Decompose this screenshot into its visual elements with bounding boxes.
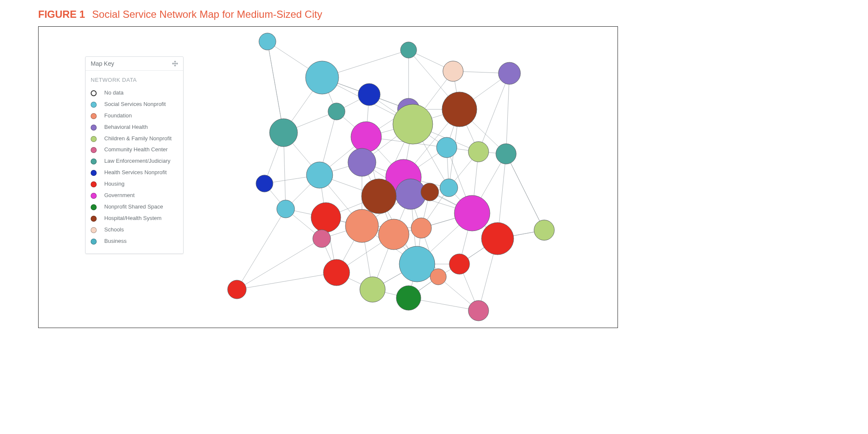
- figure-caption: FIGURE 1 Social Service Network Map for …: [38, 8, 617, 20]
- legend-label: Housing: [104, 181, 125, 188]
- legend-header[interactable]: Map Key: [86, 57, 183, 71]
- legend-swatch-hospital: [91, 216, 97, 222]
- nodes: [228, 33, 554, 321]
- legend-swatch-chc: [91, 147, 97, 153]
- svg-line-122: [506, 154, 544, 230]
- node-n14-children[interactable]: [468, 142, 489, 162]
- legend-item-children[interactable]: Children & Family Nonprofit: [91, 133, 178, 145]
- move-icon[interactable]: [172, 61, 178, 67]
- legend-label: Health Services Nonprofit: [104, 169, 167, 176]
- node-n40-housing[interactable]: [228, 280, 246, 299]
- legend-swatch-housing: [91, 181, 97, 187]
- legend-label: Business: [104, 238, 127, 245]
- node-n37-children[interactable]: [360, 277, 385, 302]
- node-n2-social[interactable]: [306, 61, 339, 94]
- node-n30-chc[interactable]: [313, 230, 331, 248]
- node-n6-healthnp[interactable]: [358, 83, 380, 106]
- legend-item-healthnp[interactable]: Health Services Nonprofit: [91, 167, 178, 178]
- legend-item-foundation[interactable]: Foundation: [91, 110, 178, 122]
- svg-line-120: [237, 239, 322, 289]
- legend-item-nodata[interactable]: No data: [91, 87, 178, 99]
- svg-line-14: [479, 73, 509, 152]
- legend-label: Schools: [104, 226, 124, 234]
- node-n35-housing[interactable]: [449, 254, 470, 274]
- legend-item-behavioral[interactable]: Behavioral Health: [91, 122, 178, 133]
- legend-swatch-healthnp: [91, 170, 97, 176]
- legend-item-chc[interactable]: Community Health Center: [91, 144, 178, 156]
- legend-label: Children & Family Nonprofit: [104, 135, 172, 142]
- legend-panel[interactable]: Map Key NETWORK DATA No dataSocial Servi…: [85, 56, 184, 254]
- node-n3-law[interactable]: [401, 42, 417, 58]
- legend-label: Nonprofit Shared Space: [104, 203, 163, 211]
- node-n10-law[interactable]: [328, 103, 345, 120]
- legend-swatch-business: [91, 239, 97, 245]
- legend-item-business[interactable]: Business: [91, 236, 178, 247]
- legend-swatch-shared: [91, 204, 97, 210]
- legend-header-title: Map Key: [91, 60, 114, 67]
- node-n15-law[interactable]: [496, 144, 516, 164]
- node-n13-social[interactable]: [437, 137, 457, 158]
- node-n5-behavioral[interactable]: [498, 62, 520, 84]
- legend-item-hospital[interactable]: Hospital/Health System: [91, 213, 178, 224]
- svg-line-121: [237, 209, 286, 289]
- node-n26-housing[interactable]: [311, 203, 341, 232]
- node-n16-law[interactable]: [270, 119, 298, 147]
- node-n31-housing[interactable]: [481, 223, 514, 255]
- legend-swatch-government: [91, 193, 97, 199]
- node-n34-foundation[interactable]: [430, 269, 446, 285]
- node-n1-social[interactable]: [259, 33, 276, 50]
- node-n39-chc[interactable]: [468, 300, 489, 321]
- legend-label: Foundation: [104, 112, 132, 120]
- legend-label: Law Enforcement/Judiciary: [104, 158, 170, 165]
- legend-label: Social Services Nonprofit: [104, 101, 166, 108]
- legend-swatch-schools: [91, 227, 97, 233]
- node-n12-behavioral[interactable]: [348, 148, 376, 176]
- figure-label: FIGURE 1: [38, 8, 85, 20]
- legend-swatch-nodata: [91, 90, 97, 96]
- legend-item-shared[interactable]: Nonprofit Shared Space: [91, 201, 178, 213]
- node-n9-hospital[interactable]: [442, 92, 477, 127]
- legend-swatch-social: [91, 102, 97, 108]
- legend-swatch-children: [91, 136, 97, 142]
- legend-item-housing[interactable]: Housing: [91, 178, 178, 190]
- node-n32-children[interactable]: [534, 220, 554, 240]
- legend-label: Hospital/Health System: [104, 215, 161, 222]
- chart-frame: Map Key NETWORK DATA No dataSocial Servi…: [38, 26, 618, 328]
- node-n27-foundation[interactable]: [345, 209, 378, 242]
- node-n11-government[interactable]: [351, 122, 381, 152]
- node-n33-social[interactable]: [399, 246, 435, 282]
- node-n4-schools[interactable]: [443, 61, 463, 81]
- figure-title: Social Service Network Map for Medium-Si…: [92, 8, 322, 20]
- node-n29-foundation[interactable]: [411, 218, 431, 238]
- legend-item-law[interactable]: Law Enforcement/Judiciary: [91, 156, 178, 167]
- svg-line-113: [237, 273, 337, 289]
- legend-swatch-behavioral: [91, 125, 97, 131]
- legend-label: Government: [104, 192, 135, 199]
- node-n23-government[interactable]: [454, 195, 490, 231]
- legend-body: NETWORK DATA No dataSocial Services Nonp…: [86, 71, 183, 253]
- legend-label: Behavioral Health: [104, 124, 148, 131]
- legend-item-schools[interactable]: Schools: [91, 224, 178, 236]
- node-n22-social[interactable]: [440, 179, 458, 197]
- node-n36-housing[interactable]: [323, 259, 350, 286]
- svg-line-13: [506, 73, 509, 154]
- node-n17-social[interactable]: [306, 162, 333, 188]
- node-n25-social[interactable]: [277, 200, 295, 218]
- node-n24-healthnp[interactable]: [256, 175, 273, 192]
- node-n21-hospital[interactable]: [421, 183, 439, 201]
- node-n28-foundation[interactable]: [378, 219, 409, 250]
- legend-section-title: NETWORK DATA: [91, 77, 178, 83]
- legend-label: No data: [104, 89, 124, 97]
- node-n8-children[interactable]: [393, 104, 433, 144]
- legend-item-social[interactable]: Social Services Nonprofit: [91, 99, 178, 110]
- legend-swatch-foundation: [91, 113, 97, 119]
- node-n38-shared[interactable]: [396, 286, 421, 310]
- legend-label: Community Health Center: [104, 146, 168, 153]
- node-n20-hospital[interactable]: [362, 179, 396, 214]
- legend-swatch-law: [91, 159, 97, 164]
- legend-item-government[interactable]: Government: [91, 190, 178, 201]
